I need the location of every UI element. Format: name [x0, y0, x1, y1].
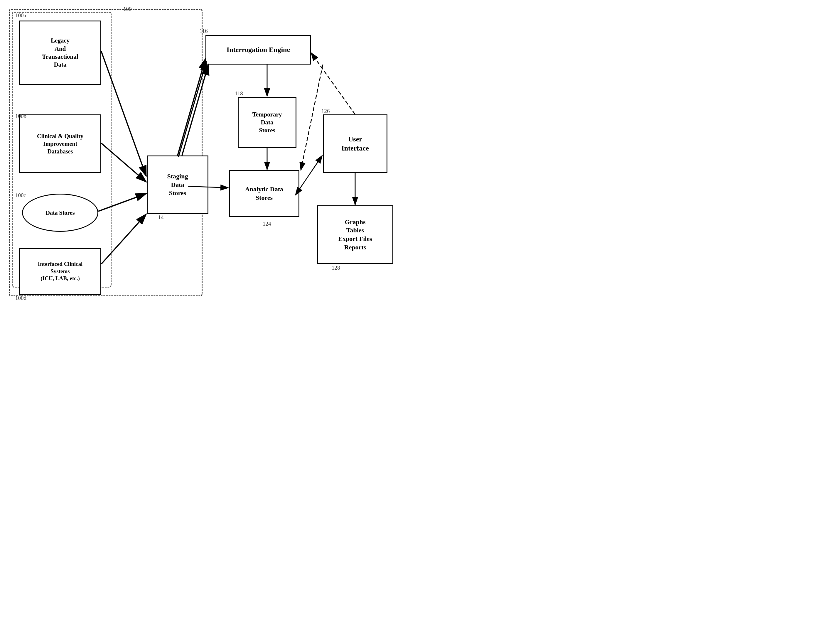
- legacy-transactional-label: Legacy And Transactional Data: [42, 37, 78, 69]
- staging-data-stores-box: Staging Data Stores: [147, 155, 209, 214]
- label-100: 100: [123, 6, 132, 12]
- diagram-container: Legacy And Transactional Data Clinical &…: [0, 0, 406, 322]
- temporary-data-stores-label: Temporary Data Stores: [252, 110, 282, 135]
- clinical-quality-label: Clinical & Quality Improvement Databases: [37, 132, 83, 155]
- label-100c: 100c: [15, 192, 26, 199]
- label-100a: 100a: [15, 12, 26, 19]
- clinical-quality-box: Clinical & Quality Improvement Databases: [19, 114, 101, 173]
- analytic-data-stores-box: Analytic Data Stores: [229, 170, 299, 217]
- interrogation-engine-box: Interrogation Engine: [206, 35, 311, 64]
- label-126: 126: [321, 108, 330, 114]
- data-stores-ellipse: Data Stores: [22, 194, 98, 232]
- user-interface-box: User Interface: [323, 114, 387, 173]
- analytic-data-stores-label: Analytic Data Stores: [245, 185, 283, 202]
- output-box: Graphs Tables Export Files Reports: [317, 205, 393, 264]
- data-stores-label: Data Stores: [46, 209, 75, 216]
- output-label: Graphs Tables Export Files Reports: [338, 218, 372, 251]
- label-116: 116: [199, 28, 208, 34]
- interrogation-engine-label: Interrogation Engine: [227, 45, 290, 54]
- label-128: 128: [332, 265, 340, 271]
- legacy-transactional-box: Legacy And Transactional Data: [19, 20, 101, 85]
- label-100b: 100b: [15, 113, 26, 120]
- interfaced-clinical-box: Interfaced Clinical Systems (ICU, LAB, e…: [19, 248, 101, 295]
- staging-data-stores-label: Staging Data Stores: [167, 172, 188, 198]
- user-interface-label: User Interface: [341, 135, 369, 153]
- label-118: 118: [235, 90, 243, 97]
- arrow-interrogation-analytic-dashed: [301, 64, 323, 170]
- label-124: 124: [263, 221, 271, 227]
- arrow-analytic-ui-right: [299, 155, 322, 189]
- label-114: 114: [156, 214, 164, 221]
- arrow-ui-interrogation-dashed: [311, 53, 355, 114]
- label-100d: 100d: [15, 295, 26, 301]
- temporary-data-stores-box: Temporary Data Stores: [238, 97, 296, 148]
- interfaced-clinical-label: Interfaced Clinical Systems (ICU, LAB, e…: [38, 261, 83, 282]
